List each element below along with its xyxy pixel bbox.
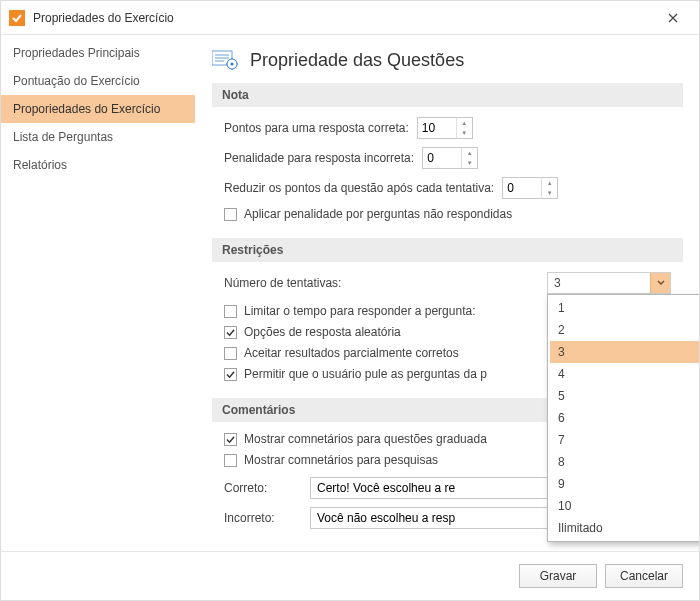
partial-label: Aceitar resultados parcialmente corretos <box>244 346 459 360</box>
dialog-window: Propriedades do Exercício Propriedades P… <box>0 0 700 601</box>
check-icon <box>226 370 235 379</box>
page-header: Propriedade das Questões <box>212 45 683 83</box>
reduce-label: Reduzir os pontos da questão após cada t… <box>224 181 494 195</box>
apply-penalty-checkbox[interactable] <box>224 208 237 221</box>
attempts-option-4[interactable]: 4 <box>550 363 699 385</box>
limit-time-label: Limitar o tempo para responder a pergunt… <box>244 304 475 318</box>
limit-time-checkbox[interactable] <box>224 305 237 318</box>
save-button[interactable]: Gravar <box>519 564 597 588</box>
attempts-option-2[interactable]: 2 <box>550 319 699 341</box>
show-graded-label: Mostrar comnetários para questões gradua… <box>244 432 487 446</box>
reduce-spin-up[interactable]: ▲ <box>542 178 557 188</box>
penalty-input[interactable] <box>423 151 461 165</box>
attempts-dropdown-menu: 1 2 3 4 5 6 7 8 9 10 Ilimitado <box>547 294 699 542</box>
sidebar-item-scoring[interactable]: Pontuação do Exercício <box>1 67 195 95</box>
correct-input[interactable] <box>310 477 580 499</box>
show-survey-checkbox[interactable] <box>224 454 237 467</box>
points-spinbox[interactable]: ▲ ▼ <box>417 117 473 139</box>
attempts-option-6[interactable]: 6 <box>550 407 699 429</box>
partial-checkbox[interactable] <box>224 347 237 360</box>
reduce-spinbox[interactable]: ▲ ▼ <box>502 177 558 199</box>
penalty-spin-down[interactable]: ▼ <box>462 158 477 168</box>
content-pane[interactable]: Propriedade das Questões Nota Pontos par… <box>196 35 699 551</box>
section-body-restricoes: Número de tentativas: 3 1 <box>212 262 683 398</box>
reduce-input[interactable] <box>503 181 541 195</box>
window-title: Propriedades do Exercício <box>33 11 653 25</box>
sidebar: Propriedades Principais Pontuação do Exe… <box>1 35 196 551</box>
incorrect-label: Incorreto: <box>224 511 302 525</box>
attempts-option-3[interactable]: 3 <box>550 341 699 363</box>
cancel-button[interactable]: Cancelar <box>605 564 683 588</box>
attempts-option-5[interactable]: 5 <box>550 385 699 407</box>
correct-label: Correto: <box>224 481 302 495</box>
section-header-nota: Nota <box>212 83 683 107</box>
attempts-option-8[interactable]: 8 <box>550 451 699 473</box>
skip-label: Permitir que o usuário pule as perguntas… <box>244 367 487 381</box>
points-input[interactable] <box>418 121 456 135</box>
page-title: Propriedade das Questões <box>250 50 464 71</box>
random-label: Opções de resposta aleatória <box>244 325 401 339</box>
attempts-option-9[interactable]: 9 <box>550 473 699 495</box>
section-body-nota: Pontos para uma resposta correta: ▲ ▼ Pe… <box>212 107 683 238</box>
attempts-option-10[interactable]: 10 <box>550 495 699 517</box>
penalty-spinbox[interactable]: ▲ ▼ <box>422 147 478 169</box>
titlebar: Propriedades do Exercício <box>1 1 699 35</box>
attempts-option-1[interactable]: 1 <box>550 297 699 319</box>
attempts-option-unlimited[interactable]: Ilimitado <box>550 517 699 539</box>
apply-penalty-checkbox-row[interactable]: Aplicar penalidade por perguntas não res… <box>224 207 671 221</box>
show-survey-label: Mostrar comnetários para pesquisas <box>244 453 438 467</box>
close-button[interactable] <box>653 1 693 34</box>
attempts-value: 3 <box>548 273 650 293</box>
check-icon <box>226 435 235 444</box>
random-checkbox[interactable] <box>224 326 237 339</box>
chevron-down-icon <box>657 280 665 286</box>
dialog-body: Propriedades Principais Pontuação do Exe… <box>1 35 699 551</box>
attempts-dropdown-button[interactable] <box>650 273 670 293</box>
points-spin-down[interactable]: ▼ <box>457 128 472 138</box>
sidebar-item-question-list[interactable]: Lista de Perguntas <box>1 123 195 151</box>
attempts-option-7[interactable]: 7 <box>550 429 699 451</box>
question-props-icon <box>212 49 240 71</box>
attempts-label: Número de tentativas: <box>224 276 341 290</box>
reduce-spin-down[interactable]: ▼ <box>542 188 557 198</box>
svg-point-5 <box>230 62 233 65</box>
attempts-dropdown[interactable]: 3 <box>547 272 671 294</box>
points-label: Pontos para uma resposta correta: <box>224 121 409 135</box>
sidebar-item-exercise-props[interactable]: Proporiedades do Exercício <box>1 95 195 123</box>
incorrect-input[interactable] <box>310 507 580 529</box>
penalty-label: Penalidade para resposta incorreta: <box>224 151 414 165</box>
skip-checkbox[interactable] <box>224 368 237 381</box>
section-header-restricoes: Restrições <box>212 238 683 262</box>
show-graded-checkbox[interactable] <box>224 433 237 446</box>
penalty-spin-up[interactable]: ▲ <box>462 148 477 158</box>
dialog-footer: Gravar Cancelar <box>1 551 699 600</box>
points-spin-up[interactable]: ▲ <box>457 118 472 128</box>
close-icon <box>668 13 678 23</box>
check-icon <box>226 328 235 337</box>
apply-penalty-label: Aplicar penalidade por perguntas não res… <box>244 207 512 221</box>
sidebar-item-reports[interactable]: Relatórios <box>1 151 195 179</box>
app-icon <box>9 10 25 26</box>
sidebar-item-main-props[interactable]: Propriedades Principais <box>1 39 195 67</box>
